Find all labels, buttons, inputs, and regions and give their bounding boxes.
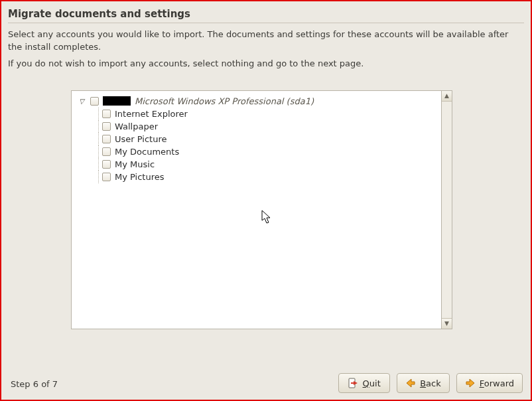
chevron-up-icon: ▲ xyxy=(444,93,449,99)
tree-child-row[interactable]: My Documents xyxy=(76,145,437,158)
forward-label: Forward xyxy=(480,378,514,388)
child-checkbox[interactable] xyxy=(102,122,111,131)
parent-label: Microsoft Windows XP Professional (sda1) xyxy=(135,96,314,106)
accounts-list-container: ▽ Microsoft Windows XP Professional (sda… xyxy=(71,90,452,329)
intro-text: Select any accounts you would like to im… xyxy=(8,29,524,70)
arrow-left-icon xyxy=(405,378,416,388)
scroll-up-button[interactable]: ▲ xyxy=(442,91,452,102)
forward-button[interactable]: Forward xyxy=(456,373,523,393)
child-label: User Picture xyxy=(115,134,166,144)
content-area: Migrate documents and settings Select an… xyxy=(1,1,531,329)
child-checkbox[interactable] xyxy=(102,135,111,143)
intro-paragraph-2: If you do not wish to import any account… xyxy=(8,58,524,70)
child-label: Wallpaper xyxy=(115,121,158,131)
child-label: My Pictures xyxy=(115,172,165,182)
tree-parent-row[interactable]: ▽ Microsoft Windows XP Professional (sda… xyxy=(76,95,437,108)
child-checkbox[interactable] xyxy=(102,110,111,118)
scroll-track[interactable] xyxy=(442,102,452,318)
tree-child-row[interactable]: My Pictures xyxy=(76,171,437,183)
child-checkbox[interactable] xyxy=(102,147,111,156)
tree-child-row[interactable]: Internet Explorer xyxy=(76,108,437,120)
quit-label: Quit xyxy=(363,378,381,388)
scroll-down-button[interactable]: ▼ xyxy=(442,318,452,329)
back-button[interactable]: Back xyxy=(397,373,450,393)
svg-rect-1 xyxy=(351,382,355,384)
tree-child-row[interactable]: My Music xyxy=(76,158,437,171)
page-title: Migrate documents and settings xyxy=(8,7,524,23)
child-label: Internet Explorer xyxy=(115,109,188,119)
parent-checkbox[interactable] xyxy=(90,97,99,106)
quit-icon xyxy=(348,378,359,388)
intro-paragraph-1: Select any accounts you would like to im… xyxy=(8,29,524,54)
child-label: My Documents xyxy=(115,147,179,157)
child-checkbox[interactable] xyxy=(102,173,111,181)
back-label: Back xyxy=(420,378,441,388)
expand-toggle-icon[interactable]: ▽ xyxy=(77,98,86,105)
installer-window: Migrate documents and settings Select an… xyxy=(0,0,532,401)
child-checkbox[interactable] xyxy=(102,160,111,169)
chevron-down-icon: ▼ xyxy=(444,321,449,327)
accounts-tree[interactable]: ▽ Microsoft Windows XP Professional (sda… xyxy=(71,90,441,329)
quit-button[interactable]: Quit xyxy=(338,373,390,393)
tree-child-row[interactable]: Wallpaper xyxy=(76,120,437,133)
vertical-scrollbar[interactable]: ▲ ▼ xyxy=(441,90,452,329)
footer-buttons: Quit Back Forward xyxy=(1,366,531,400)
child-label: My Music xyxy=(115,159,155,169)
tree-child-row[interactable]: User Picture xyxy=(76,133,437,145)
arrow-right-icon xyxy=(465,378,476,388)
redacted-user-icon xyxy=(103,96,131,106)
